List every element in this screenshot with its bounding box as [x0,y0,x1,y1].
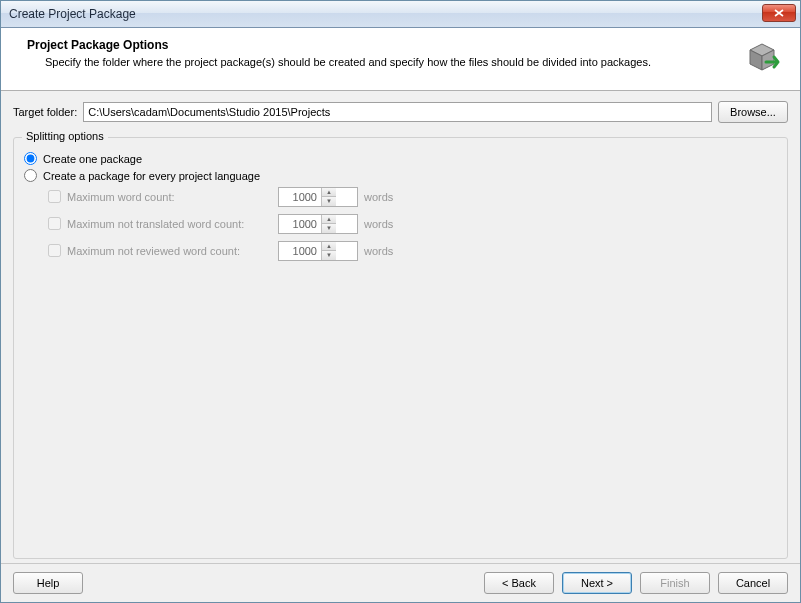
footer-left: Help [13,572,83,594]
radio-create-per-lang-row[interactable]: Create a package for every project langu… [24,169,777,182]
footer: Help < Back Next > Finish Cancel [1,563,800,602]
target-folder-label: Target folder: [13,106,77,118]
page-title: Project Package Options [27,38,744,52]
close-icon [774,9,784,17]
chevron-down-icon: ▼ [322,251,336,260]
finish-button: Finish [640,572,710,594]
window-title: Create Project Package [9,7,136,21]
target-folder-input[interactable] [83,102,712,122]
header-panel: Project Package Options Specify the fold… [1,28,800,91]
target-folder-row: Target folder: Browse... [13,101,788,123]
radio-create-one-label: Create one package [43,153,142,165]
page-description: Specify the folder where the project pac… [45,56,744,68]
help-button[interactable]: Help [13,572,83,594]
check-max-word [48,190,61,203]
splitting-legend: Splitting options [22,130,108,142]
back-button[interactable]: < Back [484,572,554,594]
radio-create-per-lang[interactable] [24,169,37,182]
spinner-max-word-input [279,188,321,206]
chevron-down-icon: ▼ [322,224,336,233]
check-max-nottrans-row: Maximum not translated word count: [48,217,278,230]
spinner-max-notrev-buttons: ▲ ▼ [321,242,336,260]
unit-max-word: words [364,191,418,203]
chevron-up-icon: ▲ [322,188,336,198]
cancel-button[interactable]: Cancel [718,572,788,594]
check-max-word-row: Maximum word count: [48,190,278,203]
footer-right: < Back Next > Finish Cancel [484,572,788,594]
spinner-max-nottrans-buttons: ▲ ▼ [321,215,336,233]
spinner-max-notrev-input [279,242,321,260]
titlebar: Create Project Package [1,1,800,28]
content-area: Target folder: Browse... Splitting optio… [1,91,800,563]
next-button[interactable]: Next > [562,572,632,594]
chevron-up-icon: ▲ [322,215,336,225]
splitting-groupbox: Splitting options Create one package Cre… [13,137,788,559]
browse-button[interactable]: Browse... [718,101,788,123]
radio-create-per-lang-label: Create a package for every project langu… [43,170,260,182]
chevron-down-icon: ▼ [322,197,336,206]
spinner-max-notrev: ▲ ▼ [278,241,358,261]
package-icon [744,40,780,76]
check-max-notrev-row: Maximum not reviewed word count: [48,244,278,257]
close-button[interactable] [762,4,796,22]
check-max-word-label: Maximum word count: [67,191,175,203]
chevron-up-icon: ▲ [322,242,336,252]
check-max-nottrans [48,217,61,230]
check-max-nottrans-label: Maximum not translated word count: [67,218,244,230]
unit-max-nottrans: words [364,218,418,230]
spinner-max-word: ▲ ▼ [278,187,358,207]
check-max-notrev [48,244,61,257]
check-max-notrev-label: Maximum not reviewed word count: [67,245,240,257]
spinner-max-nottrans-input [279,215,321,233]
spinner-max-word-buttons: ▲ ▼ [321,188,336,206]
header-text-block: Project Package Options Specify the fold… [15,38,744,68]
radio-create-one-row[interactable]: Create one package [24,152,777,165]
dialog-window: Create Project Package Project Package O… [0,0,801,603]
unit-max-notrev: words [364,245,418,257]
spinner-max-nottrans: ▲ ▼ [278,214,358,234]
radio-create-one[interactable] [24,152,37,165]
split-options-grid: Maximum word count: ▲ ▼ words Maximum no… [48,186,777,261]
